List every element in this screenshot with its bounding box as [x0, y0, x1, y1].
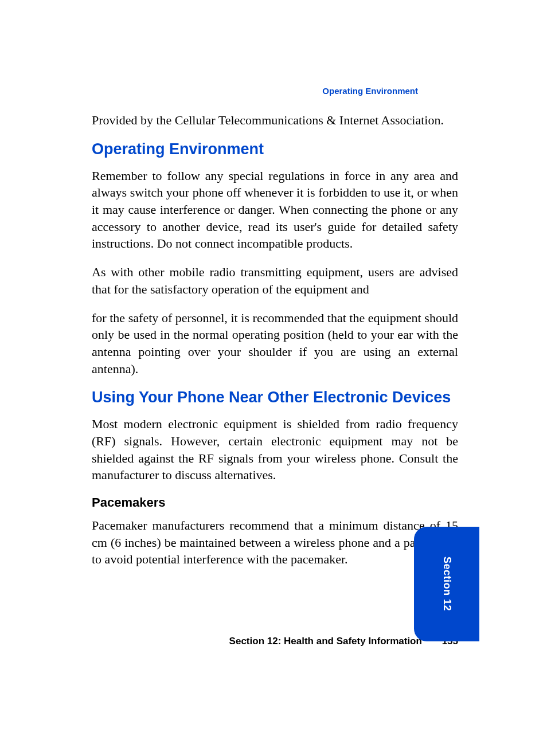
running-header: Operating Environment [92, 86, 458, 96]
heading-electronic-devices: Using Your Phone Near Other Electronic D… [92, 389, 458, 406]
body-paragraph: Remember to follow any special regulatio… [92, 167, 458, 252]
section-tab-label: Section 12 [441, 557, 453, 611]
body-paragraph: Most modern electronic equipment is shie… [92, 416, 458, 484]
footer-section-title: Section 12: Health and Safety Informatio… [229, 636, 422, 647]
heading-operating-environment: Operating Environment [92, 140, 458, 158]
body-paragraph: Pacemaker manufacturers recommend that a… [92, 517, 458, 568]
page-content: Operating Environment Provided by the Ce… [0, 0, 547, 568]
body-paragraph: As with other mobile radio transmitting … [92, 264, 458, 297]
section-tab: Section 12 [414, 527, 479, 641]
body-paragraph: for the safety of personnel, it is recom… [92, 310, 458, 378]
subheading-pacemakers: Pacemakers [92, 495, 458, 510]
intro-paragraph: Provided by the Cellular Telecommunicati… [92, 112, 458, 129]
